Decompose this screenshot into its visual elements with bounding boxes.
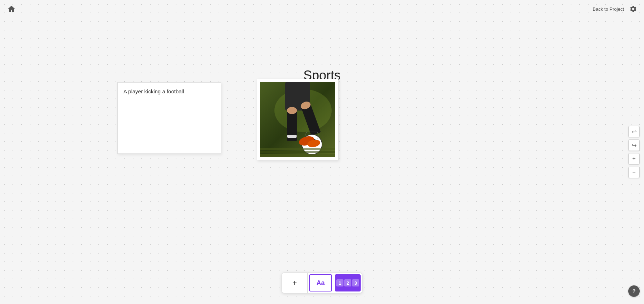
text-card-content: A player kicking a football	[123, 88, 184, 94]
top-bar: Back to Project	[0, 0, 644, 18]
text-style-button[interactable]: Aa	[309, 274, 332, 291]
zoom-out-button[interactable]: −	[628, 167, 640, 178]
text-card[interactable]: A player kicking a football	[117, 82, 221, 154]
zoom-in-button[interactable]: +	[628, 153, 640, 165]
text-style-label: Aa	[316, 279, 325, 287]
canvas-area: Sports A player kicking a football	[0, 18, 644, 304]
numbers-button[interactable]: 1 2 3	[335, 274, 361, 291]
right-controls-panel: ↩ ↪ + −	[628, 126, 640, 178]
add-element-button[interactable]: +	[282, 273, 308, 293]
svg-rect-17	[260, 154, 335, 157]
number-badge-3: 3	[352, 279, 359, 286]
bottom-toolbar: + Aa 1 2 3	[282, 273, 362, 293]
help-button[interactable]: ?	[628, 285, 640, 297]
football-photo	[260, 82, 335, 157]
image-card[interactable]	[257, 79, 338, 160]
add-icon: +	[292, 278, 297, 288]
back-to-project-link[interactable]: Back to Project	[593, 6, 624, 12]
svg-rect-14	[287, 135, 297, 138]
undo-button[interactable]: ↩	[628, 126, 640, 137]
number-badge-1: 1	[336, 279, 343, 286]
svg-rect-15	[260, 148, 335, 150]
svg-rect-16	[260, 151, 335, 153]
redo-button[interactable]: ↪	[628, 139, 640, 151]
number-badge-2: 2	[344, 279, 351, 286]
home-button[interactable]	[6, 3, 17, 15]
svg-point-6	[287, 107, 297, 114]
top-right-controls: Back to Project	[593, 4, 638, 14]
settings-button[interactable]	[628, 4, 638, 14]
